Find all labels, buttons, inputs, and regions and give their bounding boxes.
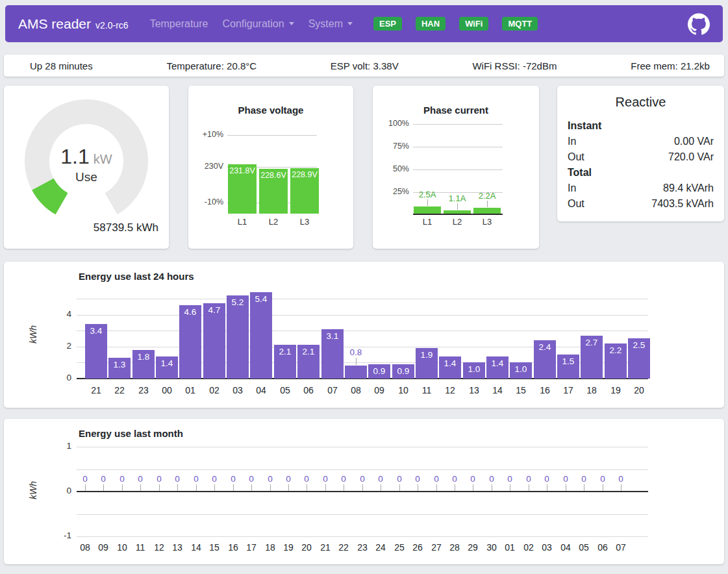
nav-item-system[interactable]: System [308,18,353,30]
bar-value-label: 1.8 [132,352,155,362]
callout-line [85,484,86,491]
current-bar [414,206,441,214]
callout-line [122,484,123,491]
bar-value-label: 4.7 [203,305,225,315]
x-tick-label: 16 [534,385,556,395]
bar-value-label: 2.1 [274,347,296,356]
callout-line [103,484,104,491]
energy-day-card: Energy use last 24 hours kWh 0243.4211.3… [4,262,724,408]
gridline [77,469,648,470]
power-gauge-card: 1.1kW Use 58739.5 kWh [4,86,169,249]
uptime-text: Up 28 minutes [30,60,93,71]
callout-line [356,358,357,365]
callout-line [427,199,428,206]
app-version: v2.0-rc6 [95,20,129,31]
reactive-row: Out7403.5 kVArh [568,196,714,212]
gridline [77,447,648,447]
status-badge-wifi: WiFi [459,17,488,31]
x-tick-label: 07 [321,385,344,395]
callout-line [436,484,437,491]
callout-line [381,484,381,491]
y-tick-label: 0 [49,373,71,382]
gauge-reading: 1.1kW [4,145,169,169]
phase-voltage-card: Phase voltage +10%230V-10%231.8VL1228.6V… [188,86,353,249]
gridline [77,299,648,299]
callout-line [270,484,271,491]
callout-line [196,484,197,491]
chart-title: Energy use last month [79,428,183,439]
callout-line [510,484,510,491]
y-tick-label: -1 [49,530,71,540]
github-link[interactable] [688,13,710,35]
callout-line [566,484,566,491]
y-tick-label: 1 [49,441,71,451]
x-tick-label: 10 [392,385,414,395]
bar-value-label: 3.1 [321,331,344,341]
callout-line [547,484,547,491]
status-bar: Up 28 minutes Temperature: 20.8°C ESP vo… [4,55,724,77]
app-title: AMS reader [18,16,91,32]
bar-value-label: 1.1A [444,193,471,203]
row-label: In [568,134,576,149]
phase-current-card: Phase current 100%75%50%25%2.5AL11.1AL22… [373,86,539,249]
x-tick-label: 12 [439,385,461,395]
x-tick-label: 23 [132,385,155,395]
energy-bar [345,366,367,379]
gridline [413,169,503,170]
callout-line [584,484,584,491]
wifi-rssi-text: WiFi RSSI: -72dBm [472,60,557,71]
callout-line [399,484,400,491]
callout-line [418,484,418,491]
gridline [413,147,503,147]
callout-line [492,484,492,491]
x-tick-label: 14 [486,385,508,395]
github-icon [688,13,710,35]
esp-volt-text: ESP volt: 3.38V [331,60,399,71]
callout-line [325,484,326,491]
x-tick-label: 18 [581,385,603,395]
callout-line [288,484,289,491]
x-tick-label: 20 [628,385,650,395]
nav-item-configuration[interactable]: Configuration [222,18,294,30]
bar-value-label: 1.4 [486,358,508,368]
y-tick-label: 4 [49,309,71,319]
bar-value-label: 1.0 [463,364,485,374]
bar-value-label: 2.7 [581,338,603,347]
y-axis-title: kWh [28,315,38,354]
y-tick-label: +10% [195,130,223,139]
chart-title: Phase current [373,105,539,116]
bar-value-label: 4.6 [179,307,201,317]
gauge-value: 1.1 [60,145,89,168]
x-tick-label: 13 [463,385,485,395]
current-bar [444,210,471,214]
temperature-text: Temperature: 20.8°C [167,60,257,71]
bar-value-label: 2.5 [628,340,650,350]
x-tick-label: L3 [290,217,319,227]
bar-value-label: 0 [610,474,632,484]
bar-value-label: 1.9 [416,350,438,360]
x-tick-label: 22 [108,385,131,395]
x-tick-label: 19 [605,385,627,395]
callout-line [529,484,529,491]
free-mem-text: Free mem: 21.2kb [631,60,710,71]
callout-line [140,484,141,491]
bar-value-label: 0.9 [392,366,414,376]
energy-bar [227,295,249,379]
row-value: 7403.5 kVArh [651,196,714,212]
row-label: Out [568,149,584,165]
gridline [77,514,648,515]
callout-line [233,484,234,491]
callout-line [487,201,488,207]
nav-item-temperature[interactable]: Temperature [150,18,208,30]
total-energy-counter: 58739.5 kWh [94,221,158,234]
callout-line [344,484,344,491]
bar-value-label: 1.3 [108,360,131,369]
bar-value-label: 2.2A [473,191,501,201]
reactive-row: Total [568,165,714,181]
app-brand[interactable]: AMS reader v2.0-rc6 [18,16,129,32]
x-tick-label: 17 [557,385,579,395]
status-badge-mqtt: MQTT [502,17,538,31]
x-axis-line [77,491,648,492]
nav-item-label: Temperature [150,18,208,30]
y-tick-label: 50% [381,164,409,173]
